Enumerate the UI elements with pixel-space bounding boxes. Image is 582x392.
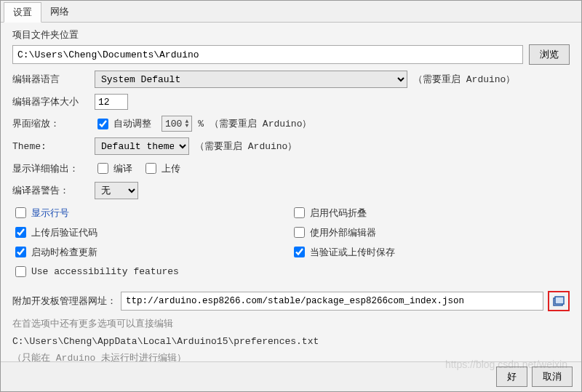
window-icon	[553, 296, 565, 306]
boards-url-edit-button[interactable]	[548, 291, 570, 311]
check-external-editor[interactable]: 使用外部编辑器	[291, 225, 376, 240]
check-verify-upload[interactable]: 上传后验证代码	[12, 225, 97, 240]
check-save-verify[interactable]: 当验证或上传时保存	[291, 244, 395, 260]
check-line-numbers-box[interactable]	[15, 207, 26, 218]
scale-auto-checkbox[interactable]	[97, 119, 108, 129]
scale-label: 界面缩放：	[12, 117, 89, 130]
check-code-fold-text: 启用代码折叠	[310, 207, 367, 220]
check-accessibility-box[interactable]	[15, 266, 26, 277]
tab-bar: 设置 网络	[1, 1, 581, 23]
browse-button[interactable]: 浏览	[529, 44, 570, 65]
check-code-fold[interactable]: 启用代码折叠	[291, 205, 367, 220]
settings-panel: 项目文件夹位置 浏览 编辑器语言 System Default （需要重启 Ar…	[1, 23, 581, 361]
theme-hint: （需要重启 Arduino）	[195, 140, 297, 153]
ok-button[interactable]: 好	[496, 367, 527, 387]
check-line-numbers[interactable]: 显示行号	[12, 205, 69, 220]
check-updates-text: 启动时检查更新	[31, 246, 97, 259]
check-updates-box[interactable]	[15, 247, 26, 257]
theme-select[interactable]: Default theme	[95, 137, 189, 155]
boards-url-label: 附加开发板管理器网址：	[12, 295, 116, 308]
verbose-compile-checkbox[interactable]	[97, 163, 108, 174]
preferences-window: 设置 网络 项目文件夹位置 浏览 编辑器语言 System Default （需…	[0, 0, 582, 392]
prefs-file-path: C:\Users\Cheng\AppData\Local\Arduino15\p…	[12, 336, 570, 347]
check-verify-upload-text: 上传后验证代码	[31, 226, 97, 239]
spinner-arrows-icon: ▲▼	[185, 119, 188, 128]
sketchbook-label: 项目文件夹位置	[12, 28, 570, 41]
check-line-numbers-text: 显示行号	[31, 207, 69, 220]
warnings-label: 编译器警告：	[12, 184, 89, 197]
verbose-upload[interactable]: 上传	[143, 161, 180, 176]
verbose-upload-checkbox[interactable]	[146, 163, 156, 174]
check-code-fold-box[interactable]	[294, 207, 305, 218]
verbose-upload-text: 上传	[162, 162, 180, 175]
svg-rect-1	[555, 297, 564, 304]
tab-settings[interactable]: 设置	[4, 2, 41, 23]
check-accessibility[interactable]: Use accessibility features	[12, 264, 179, 279]
cancel-button[interactable]: 取消	[532, 367, 573, 387]
scale-auto-check[interactable]: 自动调整	[95, 116, 151, 132]
theme-label: Theme:	[12, 141, 89, 152]
more-prefs-hint: 在首选项中还有更多选项可以直接编辑	[12, 317, 570, 330]
scale-value: 100	[165, 119, 182, 129]
verbose-compile-text: 编译	[113, 162, 132, 175]
editor-font-input[interactable]	[95, 94, 128, 110]
verbose-compile[interactable]: 编译	[95, 161, 132, 176]
edit-warning: （只能在 Arduino 未运行时进行编辑）	[12, 351, 570, 361]
editor-language-hint: （需要重启 Arduino）	[413, 73, 515, 86]
tab-network[interactable]: 网络	[41, 2, 78, 22]
verbose-label: 显示详细输出：	[12, 162, 89, 175]
dialog-footer: 好 取消	[1, 361, 581, 391]
sketchbook-path-input[interactable]	[12, 45, 523, 64]
scale-percent: %	[198, 119, 204, 129]
boards-url-input[interactable]	[121, 292, 543, 311]
check-save-verify-box[interactable]	[294, 247, 305, 257]
warnings-select[interactable]: 无	[95, 182, 138, 199]
scale-hint: （需要重启 Arduino）	[210, 117, 311, 130]
editor-language-label: 编辑器语言	[12, 73, 89, 86]
check-external-editor-text: 使用外部编辑器	[310, 226, 376, 239]
scale-auto-text: 自动调整	[113, 117, 151, 130]
check-accessibility-text: Use accessibility features	[31, 266, 179, 277]
editor-language-select[interactable]: System Default	[95, 71, 407, 88]
check-external-editor-box[interactable]	[294, 227, 305, 238]
check-updates[interactable]: 启动时检查更新	[12, 244, 97, 260]
editor-font-label: 编辑器字体大小	[12, 95, 89, 108]
check-verify-upload-box[interactable]	[15, 227, 26, 238]
check-save-verify-text: 当验证或上传时保存	[310, 246, 395, 259]
scale-spinner[interactable]: 100 ▲▼	[162, 116, 192, 132]
